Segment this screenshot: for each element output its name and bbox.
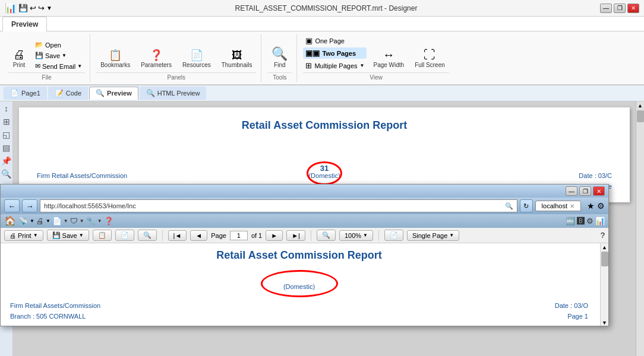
browser-close-btn[interactable]: ✕ [593,186,605,196]
app-icon: 📊 [5,2,17,14]
tab-preview[interactable]: Preview [2,17,47,31]
tab-html-preview[interactable]: 🔍 HTML Preview [140,87,207,100]
sidebar-search-icon[interactable]: 🔍 [1,169,11,179]
page-number-input[interactable] [230,231,248,240]
print-browser-icon[interactable]: 🖨 [36,217,44,225]
browser-home-star-icon[interactable]: ★ [587,201,595,211]
bing-icon[interactable]: 🅱 [577,217,585,225]
sidebar-arrow-icon[interactable]: ↕ [4,104,8,113]
print-button[interactable]: 🖨 Print [8,46,30,71]
send-email-button[interactable]: ✉ Send Email ▼ [32,61,85,71]
tools-browser-icon[interactable]: 🔧 [86,217,96,225]
browser-tab-localhost[interactable]: localhost ✕ [535,201,581,211]
vertical-scrollbar[interactable]: ▲ [636,101,644,356]
circle-domestic: (Domestic) [308,172,340,179]
minimize-button[interactable]: — [600,4,612,13]
help-icon[interactable]: ❓ [104,217,113,225]
address-bar[interactable]: http://localhost:55653/Home/Inc 🔍 [40,199,517,212]
customize-btn[interactable]: ▼ [46,5,52,11]
first-page-btn[interactable]: |◄ [168,230,187,241]
browser-window: — ❐ ✕ ← → http://localhost:55653/Home/In… [0,184,609,326]
scroll-thumb[interactable] [637,110,644,122]
extra-icon[interactable]: ⚙ [586,217,594,225]
browser-page-label: Page 1 [567,313,588,320]
open-icon: 📂 [35,41,43,49]
resources-button[interactable]: 📄 Resources [178,47,215,71]
tools-group: 🔍 Find Tools [263,34,297,82]
back-button[interactable]: ← [4,199,20,212]
zoom-icon: 🔍 [322,231,330,239]
page-icon[interactable]: 📄 [52,217,62,225]
tab-preview-main[interactable]: 🔍 Preview [89,87,138,100]
browser-settings-icon[interactable]: ⚙ [597,201,605,211]
zoom-level-btn[interactable]: 100% ▼ [339,230,373,241]
browser-scroll-down-icon[interactable]: ▼ [602,320,607,326]
safety-dropdown-icon[interactable]: ▼ [80,218,84,224]
sidebar-list-icon[interactable]: ▤ [2,143,10,152]
sidebar-layout-icon[interactable]: ◱ [2,130,10,139]
browser-scrollbar[interactable]: ▲ ▼ [600,243,608,326]
sidebar-grid-icon[interactable]: ⊞ [3,117,10,126]
full-screen-label: Full Screen [415,62,445,68]
multiple-pages-label: Multiple Pages [314,62,357,69]
bookmarks-button[interactable]: 📋 Bookmarks [96,47,134,71]
browser-scroll-up-icon[interactable]: ▲ [602,244,607,250]
help-btn-browser[interactable]: ? [601,231,605,240]
browser-restore-btn[interactable]: ❐ [579,186,591,196]
browser-minimize-btn[interactable]: — [566,186,577,196]
email-dropdown-icon: ▼ [77,63,82,69]
translate-icon[interactable]: 🔤 [566,217,575,225]
browser-print-button[interactable]: 🖨 Print ▼ [4,230,43,241]
next-page-btn[interactable]: ► [266,230,283,241]
rss-dropdown-icon[interactable]: ▼ [30,218,34,224]
safety-icon[interactable]: 🛡 [70,217,78,225]
multiple-pages-button[interactable]: ⊞ Multiple Pages ▼ [303,60,367,71]
browser-home-icon[interactable]: 🏠 [4,215,16,227]
save-dropdown-icon: ▼ [62,53,67,58]
save-quick[interactable]: 💾 [18,4,28,12]
thumbnails-button[interactable]: 🖼 Thumbnails [217,47,257,71]
view-toggle-btn[interactable]: 📄 [384,230,403,241]
redo-btn[interactable]: ↪ [38,4,45,12]
close-button[interactable]: ✕ [627,4,639,13]
prev-page-btn[interactable]: ◄ [190,230,207,241]
undo-btn[interactable]: ↩ [30,4,36,12]
tab-page1[interactable]: 📄 Page1 [4,87,47,100]
browser-tab-close-icon[interactable]: ✕ [570,203,574,209]
refresh-button[interactable]: ↻ [520,199,533,212]
rss-icon[interactable]: 📡 [18,217,28,225]
preview-icon: 🔍 [96,89,105,97]
one-page-button[interactable]: ▣ One Page [303,35,367,46]
find-button[interactable]: 🔍 Find [267,44,292,71]
browser-copy-button[interactable]: 📋 [93,230,112,241]
view-icon2: 📄 [390,231,398,239]
thumbnails-label: Thumbnails [222,62,252,68]
full-screen-button[interactable]: ⛶ Full Screen [411,46,449,71]
save-dropdown-icon2: ▼ [79,233,84,238]
last-page-btn[interactable]: ►| [286,230,305,241]
browser-find-button[interactable]: 🔍 [138,230,157,241]
forward-button[interactable]: → [22,199,37,212]
browser-save-button[interactable]: 💾 Save ▼ [47,230,89,241]
browser-copy2-button[interactable]: 📄 [115,230,134,241]
zoom-toggle-btn[interactable]: 🔍 [317,230,336,241]
two-pages-button[interactable]: ▣▣ Two Pages [303,47,367,59]
page-dropdown-icon[interactable]: ▼ [64,218,68,224]
view-mode-btn[interactable]: Single Page ▼ [407,230,459,241]
page-width-button[interactable]: ↔ Page Width [369,46,408,71]
print-dropdown-icon[interactable]: ▼ [46,218,50,224]
extra2-icon[interactable]: 📊 [595,217,605,225]
browser-scroll-thumb[interactable] [601,252,608,266]
save-button[interactable]: 💾 Save ▼ [32,50,85,61]
tab-code[interactable]: 📝 Code [48,87,88,100]
page-label-text: Page [211,232,226,239]
sidebar-pin-icon[interactable]: 📌 [1,156,11,166]
open-button[interactable]: 📂 Open [32,40,85,50]
parameters-button[interactable]: ❓ Parameters [137,47,176,71]
restore-button[interactable]: ❐ [614,4,626,13]
multiple-pages-dropdown-icon: ▼ [360,63,365,68]
browser-title-bar: — ❐ ✕ [1,185,608,198]
tools-dropdown-icon[interactable]: ▼ [97,218,102,224]
scroll-up-icon[interactable]: ▲ [637,103,643,109]
address-text: http://localhost:55653/Home/Inc [44,202,505,209]
